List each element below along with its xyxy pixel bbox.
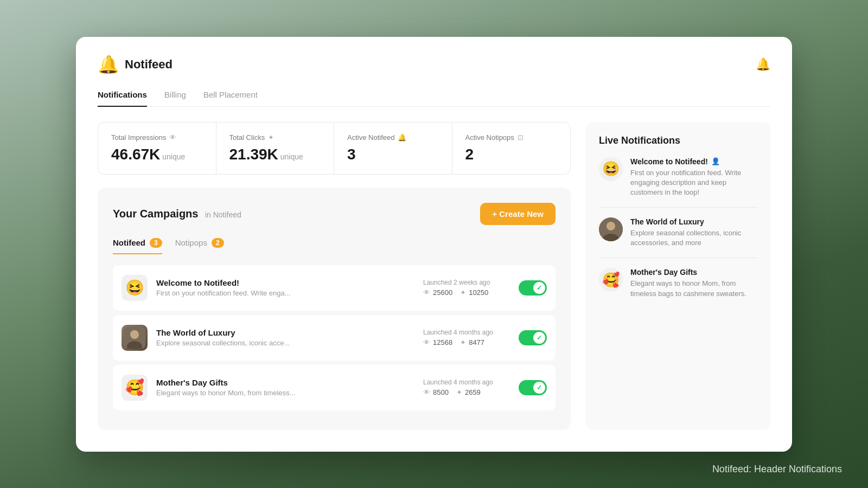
campaign-toggle-luxury[interactable]: ✓: [519, 330, 547, 345]
live-info-luxury: The World of Luxury Explore seasonal col…: [630, 217, 757, 248]
campaign-stats-mothers-day: Launched 4 months ago 👁 8500 ✦ 2659: [423, 378, 510, 396]
stats-grid: Total Impressions 👁 46.67Kunique Total C…: [98, 122, 571, 175]
stat-label: Total Clicks ✦: [229, 133, 321, 142]
tab-notifeed-badge: 3: [150, 238, 162, 248]
metric-impressions: 👁 8500: [423, 388, 449, 396]
metric-impressions: 👁 25600: [423, 288, 452, 297]
campaign-desc: Explore seasonal collections, iconic acc…: [156, 339, 297, 347]
campaigns-section: Your Campaigns in Notifeed + Create New …: [98, 188, 571, 430]
campaign-stats-luxury: Launched 4 months ago 👁 12568 ✦ 8477: [423, 329, 510, 346]
bell-small-icon: 🔔: [398, 133, 406, 142]
campaign-name: The World of Luxury: [156, 328, 414, 337]
toggle-knob: ✓: [533, 282, 545, 294]
list-item: 🥰 Mother's Day Gifts Elegant ways to hon…: [599, 268, 757, 298]
campaign-launched: Launched 2 weeks ago: [423, 279, 490, 286]
campaign-metrics: 👁 12568 ✦ 8477: [423, 338, 484, 346]
left-panel: Total Impressions 👁 46.67Kunique Total C…: [98, 122, 571, 430]
toggle-knob: ✓: [533, 382, 545, 394]
campaign-desc: Elegant ways to honor Mom, from timeless…: [156, 389, 297, 397]
campaigns-title-group: Your Campaigns in Notifeed: [113, 208, 241, 220]
tab-notifeed-label: Notifeed: [113, 238, 145, 247]
notification-bell-icon[interactable]: 🔔: [756, 57, 770, 72]
table-row: The World of Luxury Explore seasonal col…: [113, 315, 556, 361]
campaign-toggle-mothers-day[interactable]: ✓: [519, 380, 547, 395]
sparkle-metric-icon: ✦: [460, 288, 466, 297]
campaign-tabs: Notifeed 3 Notipops 2: [113, 238, 556, 254]
metric-clicks: ✦ 10250: [460, 288, 488, 297]
metric-impressions: 👁 12568: [423, 338, 452, 346]
live-notifications-title: Live Notifications: [599, 135, 757, 146]
campaigns-header: Your Campaigns in Notifeed + Create New: [113, 203, 556, 225]
campaign-launched: Launched 4 months ago: [423, 378, 493, 386]
stat-value: 46.67Kunique: [111, 146, 203, 163]
app-name: Notifeed: [125, 57, 173, 72]
metric-clicks: ✦ 2659: [456, 388, 481, 396]
table-row: 😆 Welcome to Notifeed! First on your not…: [113, 265, 556, 311]
campaign-avatar-mothers-day: 🥰: [122, 375, 148, 401]
campaign-metrics: 👁 25600 ✦ 10250: [423, 288, 488, 297]
main-content: Total Impressions 👁 46.67Kunique Total C…: [98, 122, 770, 430]
stat-label: Active Notifeed 🔔: [347, 133, 439, 142]
live-avatar-welcome: 😆: [599, 157, 623, 181]
stat-active-notifeed: Active Notifeed 🔔 3: [334, 123, 452, 174]
tab-notipops-badge: 2: [212, 238, 224, 248]
metric-clicks: ✦ 8477: [460, 338, 484, 346]
tab-bell-placement[interactable]: Bell Placement: [203, 90, 258, 107]
live-name: The World of Luxury: [630, 217, 757, 226]
campaign-tab-notifeed[interactable]: Notifeed 3: [113, 238, 162, 254]
campaign-toggle-welcome[interactable]: ✓: [519, 280, 547, 296]
campaign-desc: First on your notification feed. Write e…: [156, 289, 297, 297]
campaign-info-luxury: The World of Luxury Explore seasonal col…: [156, 328, 414, 347]
campaign-list: 😆 Welcome to Notifeed! First on your not…: [113, 265, 556, 415]
create-new-button[interactable]: + Create New: [480, 203, 556, 225]
campaign-name: Welcome to Notifeed!: [156, 278, 414, 287]
eye-metric-icon: 👁: [423, 288, 430, 297]
campaign-metrics: 👁 8500 ✦ 2659: [423, 388, 481, 396]
svg-point-1: [130, 330, 139, 339]
sparkle-metric-icon: ✦: [456, 388, 462, 396]
campaign-tab-notipops[interactable]: Notipops 2: [175, 238, 224, 254]
campaign-avatar-luxury: [122, 325, 148, 351]
stat-label: Active Notipops ⊡: [465, 133, 558, 142]
live-desc: Elegant ways to honor Mom, from timeless…: [630, 279, 757, 298]
person-svg: [124, 327, 145, 349]
stat-label: Total Impressions 👁: [111, 133, 203, 142]
campaign-info-welcome: Welcome to Notifeed! First on your notif…: [156, 278, 414, 297]
live-avatar-mothers-day: 🥰: [599, 268, 623, 292]
logo-icon: 🔔: [98, 54, 119, 75]
live-name: Welcome to Notifeed! 👤: [630, 157, 757, 166]
table-row: 🥰 Mother's Day Gifts Elegant ways to hon…: [113, 365, 556, 410]
tab-notipops-label: Notipops: [175, 238, 207, 247]
nav-tabs: Notifications Billing Bell Placement: [98, 90, 770, 107]
tab-notifications[interactable]: Notifications: [98, 90, 147, 107]
stat-total-impressions: Total Impressions 👁 46.67Kunique: [98, 123, 216, 174]
stat-active-notipops: Active Notipops ⊡ 2: [452, 123, 571, 174]
campaign-stats-welcome: Launched 2 weeks ago 👁 25600 ✦ 10250: [423, 279, 510, 297]
live-name: Mother's Day Gifts: [630, 268, 757, 277]
person-circle-svg: [599, 217, 623, 241]
campaign-launched: Launched 4 months ago: [423, 329, 493, 336]
eye-metric-icon: 👁: [423, 388, 430, 396]
svg-point-4: [607, 222, 615, 230]
campaigns-subtitle: in Notifeed: [205, 210, 241, 219]
campaign-avatar-welcome: 😆: [122, 275, 148, 301]
live-avatar-luxury: [599, 217, 623, 241]
sparkle-icon: ✦: [268, 133, 274, 142]
stat-value: 21.39Kunique: [229, 146, 321, 163]
user-icon: 👤: [711, 157, 720, 165]
app-window: 🔔 Notifeed 🔔 Notifications Billing Bell …: [76, 37, 792, 452]
live-desc: Explore seasonal collections, iconic acc…: [630, 228, 757, 248]
tab-billing[interactable]: Billing: [164, 90, 186, 107]
campaigns-title: Your Campaigns: [113, 208, 198, 220]
live-info-welcome: Welcome to Notifeed! 👤 First on your not…: [630, 157, 757, 198]
live-desc: First on your notification feed. Write e…: [630, 168, 757, 198]
notipops-icon: ⊡: [518, 133, 524, 142]
eye-metric-icon: 👁: [423, 338, 430, 346]
watermark: Notifeed: Header Notifications: [712, 464, 842, 475]
stat-value: 3: [347, 146, 439, 163]
campaign-name: Mother's Day Gifts: [156, 378, 414, 387]
list-item: 😆 Welcome to Notifeed! 👤 First on your n…: [599, 157, 757, 208]
right-panel: Live Notifications 😆 Welcome to Notifeed…: [586, 122, 770, 430]
list-item: The World of Luxury Explore seasonal col…: [599, 217, 757, 258]
stat-total-clicks: Total Clicks ✦ 21.39Kunique: [216, 123, 335, 174]
